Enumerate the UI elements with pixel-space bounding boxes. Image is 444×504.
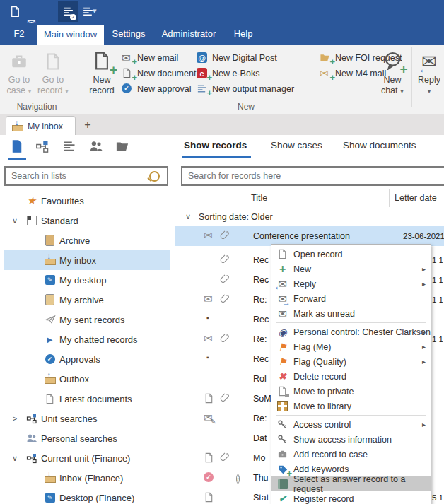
list-icon[interactable] xyxy=(62,139,78,155)
list-check-icon xyxy=(62,6,74,18)
circle-check-pink-icon xyxy=(204,472,214,482)
new-approval-button[interactable]: New approval xyxy=(122,83,191,95)
menu-item-flag-me[interactable]: Flag (Me) xyxy=(271,339,431,354)
new-chat-button[interactable]: Newchat ▾ xyxy=(376,48,409,102)
m4-mail-icon xyxy=(320,68,332,79)
tab-show-documents[interactable]: Show documents xyxy=(343,140,416,151)
forward-icon: → xyxy=(276,293,288,305)
foi-request-icon xyxy=(320,52,332,64)
sidebar-item-archive[interactable]: Archive xyxy=(0,230,175,250)
sidebar-item-unit-searches[interactable]: >Unit searches xyxy=(0,409,175,428)
menu-separator xyxy=(276,415,426,416)
inbox-icon xyxy=(12,121,23,132)
briefcase-icon xyxy=(276,448,288,460)
tab-show-cases[interactable]: Show cases xyxy=(271,140,322,151)
paperclip-icon xyxy=(220,293,230,306)
sidebar-item-current-unit-finance[interactable]: ∨Current unit (Finance) xyxy=(0,448,175,468)
output-manager-icon xyxy=(197,83,209,95)
flag-icon xyxy=(276,356,288,368)
column-letter-date[interactable]: Letter date xyxy=(395,193,437,203)
menu-item-register-record[interactable]: Register record xyxy=(271,491,431,504)
menu-tab-administrator[interactable]: Administrator xyxy=(160,23,217,45)
new-output-manager-button[interactable]: New output manager xyxy=(197,83,294,95)
record-row[interactable]: Conference presentation 23-06-2021 1 xyxy=(175,226,444,246)
tab-show-records[interactable]: Show records xyxy=(184,140,247,151)
menu-tab-help[interactable]: Help xyxy=(226,23,261,45)
menu-tab-main-window[interactable]: Main window xyxy=(37,25,104,45)
chevron-right-icon[interactable]: > xyxy=(10,414,20,423)
quick-access-active-tile[interactable] xyxy=(58,1,78,22)
submenu-arrow-icon xyxy=(422,343,426,351)
desktop-icon xyxy=(44,274,56,286)
new-email-button[interactable]: New email xyxy=(122,52,178,64)
sidebar-item-inbox-finance[interactable]: Inbox (Finance) xyxy=(0,468,175,488)
new-record-button[interactable]: Newrecord xyxy=(83,48,120,102)
menu-item-move-to-private[interactable]: Move to private xyxy=(271,384,431,399)
sidebar-item-my-chatted-records[interactable]: My chatted records xyxy=(0,329,175,349)
goto-case-button[interactable]: Go tocase ▾ xyxy=(4,48,34,102)
sidebar-item-latest-documents[interactable]: Latest documents xyxy=(0,389,175,409)
register-check-icon xyxy=(276,493,288,504)
menu-item-new[interactable]: New xyxy=(271,262,431,276)
search-in-lists-input[interactable] xyxy=(6,171,149,181)
sidebar-item-desktop-finance[interactable]: Desktop (Finance) xyxy=(0,488,175,504)
submenu-arrow-icon xyxy=(422,328,426,336)
chevron-down-icon[interactable]: ∨ xyxy=(10,454,20,463)
new-e-boks-button[interactable]: e New e-Boks xyxy=(197,67,259,80)
sidebar-item-favourites[interactable]: Favourites xyxy=(0,191,175,211)
add-tab-button[interactable]: + xyxy=(79,117,96,134)
envelope-icon xyxy=(204,332,213,345)
menu-item-open-record[interactable]: Open record xyxy=(271,247,431,262)
new-chat-icon xyxy=(376,48,409,75)
menu-item-add-record-to-case[interactable]: Add record to case xyxy=(271,447,431,462)
chevron-down-icon[interactable]: ∨ xyxy=(10,216,20,225)
menu-item-forward[interactable]: →Forward xyxy=(271,291,431,306)
outbox-icon xyxy=(44,373,56,385)
menu-item-delete-record[interactable]: Delete record xyxy=(271,369,431,384)
sidebar-item-my-inbox[interactable]: My inbox xyxy=(4,250,170,270)
tab-active-underline xyxy=(182,156,251,158)
ribbon-group-label-navigation: Navigation xyxy=(4,102,69,112)
people-icon[interactable] xyxy=(89,139,105,155)
reply-button[interactable]: Reply▾ xyxy=(416,48,443,102)
menu-item-select-as-answer-record[interactable]: Select as answer record to a request xyxy=(271,476,431,491)
menu-item-mark-as-unread[interactable]: Mark as unread xyxy=(271,306,431,321)
new-document-button[interactable]: New document xyxy=(122,67,196,80)
menu-item-access-control[interactable]: Access control xyxy=(271,417,431,432)
column-title[interactable]: Title xyxy=(251,193,267,203)
menu-tab-settings[interactable]: Settings xyxy=(107,23,150,45)
sidebar-item-my-archive[interactable]: My archive xyxy=(0,290,175,310)
archive-icon xyxy=(44,235,56,247)
quick-access-caret-icon[interactable]: ▾ xyxy=(93,6,97,16)
doc-lock-icon xyxy=(276,385,288,397)
document-icon xyxy=(37,48,69,75)
submenu-arrow-icon xyxy=(422,421,426,428)
search-for-records-input[interactable] xyxy=(182,171,444,181)
menu-item-show-access-information[interactable]: Show access information xyxy=(271,432,431,447)
chevron-down-icon[interactable]: ∨ xyxy=(185,212,191,221)
inbox-icon xyxy=(44,472,56,484)
column-divider[interactable] xyxy=(389,189,390,207)
goto-record-button[interactable]: Go torecord ▾ xyxy=(37,48,69,102)
menu-item-reply[interactable]: Reply xyxy=(271,276,431,291)
sidebar-item-standard[interactable]: ∨Standard xyxy=(0,211,175,230)
folder-icon[interactable] xyxy=(115,139,131,155)
tab-my-inbox[interactable]: My inbox xyxy=(6,116,76,136)
menu-item-personal-control[interactable]: Personal control: Chester Clarkson xyxy=(271,324,431,339)
menu-item-move-to-library[interactable]: Move to library xyxy=(271,399,431,414)
org-tree-icon[interactable] xyxy=(35,139,51,155)
sidebar-item-outbox[interactable]: Outbox xyxy=(0,369,175,389)
menu-item-flag-quality[interactable]: Flag (Quality) xyxy=(271,354,431,369)
document-icon[interactable] xyxy=(10,139,25,155)
eye-icon xyxy=(276,326,288,338)
group-row-sorting-date[interactable]: ∨ Sorting date: Older xyxy=(175,209,444,226)
new-digital-post-button[interactable]: @ New Digital Post xyxy=(197,52,277,64)
sidebar-item-personal-searches[interactable]: Personal searches xyxy=(0,428,175,448)
list-header[interactable]: Title Letter date xyxy=(175,188,444,209)
sidebar-item-my-desktop[interactable]: My desktop xyxy=(0,270,175,290)
menu-tab-f2[interactable]: F2 xyxy=(4,23,34,45)
reply-icon xyxy=(416,48,443,75)
sidebar-item-approvals[interactable]: Approvals xyxy=(0,349,175,369)
chat-arrow-icon xyxy=(44,334,56,346)
sidebar-item-my-sent-records[interactable]: My sent records xyxy=(0,310,175,329)
